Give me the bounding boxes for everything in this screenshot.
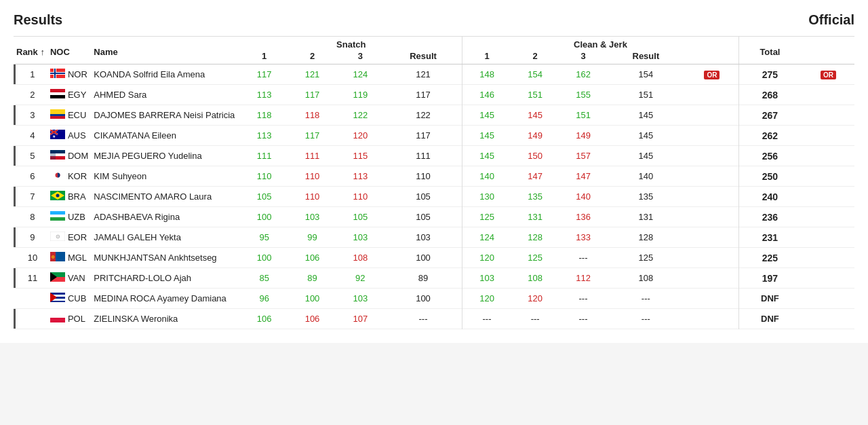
total-or-cell xyxy=(801,268,854,289)
cj-result-cell: 145 xyxy=(607,126,684,146)
noc-content: BRA xyxy=(50,191,88,202)
snatch-result-cell: 121 xyxy=(384,64,462,85)
snatch-3-cell: 122 xyxy=(336,105,384,126)
rank-cell: 2 xyxy=(14,85,47,105)
snatch-result-cell: 117 xyxy=(384,126,462,146)
cj-3-cell: --- xyxy=(559,289,608,309)
cj-3-cell: 112 xyxy=(559,268,608,289)
snatch-3-cell: 103 xyxy=(336,289,384,309)
noc-cell: CUB xyxy=(47,289,91,309)
flag-icon xyxy=(50,89,65,100)
snatch-result-cell: 105 xyxy=(384,187,462,207)
name-cell: KOANDA Solfrid Eila Amena xyxy=(91,64,240,85)
snatch-2-cell: 103 xyxy=(288,207,336,227)
cj-or-spacer xyxy=(684,50,738,64)
svg-point-26 xyxy=(56,194,59,198)
cj-or-cell xyxy=(684,187,738,207)
noc-content: ECU xyxy=(50,109,88,121)
snatch-result-cell: --- xyxy=(384,309,462,329)
svg-rect-30 xyxy=(50,217,65,217)
cj-3-cell: --- xyxy=(559,309,608,329)
svg-rect-28 xyxy=(50,215,65,215)
total-cell: 225 xyxy=(738,248,801,268)
cj-result-cell: 145 xyxy=(607,146,684,166)
snatch-1-cell: 100 xyxy=(240,207,288,227)
cj-2-cell: 120 xyxy=(511,289,559,309)
snatch-result-cell: 111 xyxy=(384,146,462,166)
name-cell: MUNKHJANTSAN Ankhtsetseg xyxy=(91,248,240,268)
snatch-3-cell: 107 xyxy=(336,309,384,329)
total-or-cell xyxy=(801,227,854,248)
total-or-cell xyxy=(801,166,854,187)
noc-content: KOR xyxy=(50,170,88,182)
noc-cell: ☸MGL xyxy=(47,248,91,268)
svg-rect-7 xyxy=(50,95,65,98)
cj-group-header: Clean & Jerk xyxy=(462,37,738,50)
cj-2-cell: 128 xyxy=(511,227,559,248)
snatch-3-cell: 124 xyxy=(336,64,384,85)
snatch-2-cell: 99 xyxy=(288,227,336,248)
snatch-3-cell: 105 xyxy=(336,207,384,227)
cj-1-cell: 140 xyxy=(462,166,511,187)
rank-cell: 9 xyxy=(14,227,47,248)
svg-text:★: ★ xyxy=(52,134,55,138)
snatch-2-cell: 110 xyxy=(288,166,336,187)
snatch-result-cell: 103 xyxy=(384,227,462,248)
cj-or-cell xyxy=(684,227,738,248)
name-cell: MEJIA PEGUERO Yudelina xyxy=(91,146,240,166)
noc-cell: UZB xyxy=(47,207,91,227)
snatch-3-cell: 120 xyxy=(336,126,384,146)
flag-icon xyxy=(50,272,65,284)
rank-cell: 6 xyxy=(14,166,47,187)
snatch-2-cell: 118 xyxy=(288,105,336,126)
cj-result-cell: --- xyxy=(607,309,684,329)
name-cell: CIKAMATANA Eileen xyxy=(91,126,240,146)
snatch-result-cell: 100 xyxy=(384,248,462,268)
cj-or-cell: OR xyxy=(684,64,738,85)
table-row: 5DOMMEJIA PEGUERO Yudelina11111111511114… xyxy=(14,146,854,166)
name-header: Name xyxy=(91,37,240,64)
noc-content: ★AUS xyxy=(50,130,88,141)
bar-indicator xyxy=(14,268,16,288)
noc-header: NOC xyxy=(47,37,91,64)
bar-indicator xyxy=(14,187,16,206)
total-cell: DNF xyxy=(738,309,801,329)
cj-or-cell xyxy=(684,105,738,126)
flag-icon xyxy=(50,170,65,182)
snatch-result-cell: 105 xyxy=(384,207,462,227)
cj-result-cell: 108 xyxy=(607,268,684,289)
flag-icon xyxy=(50,69,65,80)
cj-3-cell: 140 xyxy=(559,187,608,207)
name-cell: MEDINA ROCA Ayamey Damiana xyxy=(91,289,240,309)
cj-1-cell: 145 xyxy=(462,126,511,146)
cj-result-cell: --- xyxy=(607,289,684,309)
noc-cell: BRA xyxy=(47,187,91,207)
total-or-cell xyxy=(801,289,854,309)
rank-cell xyxy=(14,289,47,309)
rank-cell: 11 xyxy=(14,268,47,289)
snatch-result-cell: 110 xyxy=(384,166,462,187)
snatch-group-header: Snatch xyxy=(240,37,462,50)
cj-result-cell: 151 xyxy=(607,85,684,105)
cj-3-cell: 147 xyxy=(559,166,608,187)
snatch-result-header: Result xyxy=(384,50,462,64)
page-title: Results xyxy=(14,12,62,28)
cj-or-cell xyxy=(684,248,738,268)
snatch-1-header: 1 xyxy=(240,50,288,64)
noc-cell: DOM xyxy=(47,146,91,166)
total-cell: DNF xyxy=(738,289,801,309)
snatch-3-cell: 113 xyxy=(336,166,384,187)
svg-rect-4 xyxy=(54,69,56,78)
cj-result-cell: 140 xyxy=(607,166,684,187)
total-cell: 256 xyxy=(738,146,801,166)
cj-3-cell: 155 xyxy=(559,85,608,105)
cj-3-cell: --- xyxy=(559,248,608,268)
cj-2-header: 2 xyxy=(511,50,559,64)
cj-1-cell: 148 xyxy=(462,64,511,85)
table-row: CUBMEDINA ROCA Ayamey Damiana96100103100… xyxy=(14,289,854,309)
noc-content: NOR xyxy=(50,69,88,80)
cj-2-cell: 131 xyxy=(511,207,559,227)
cj-result-cell: 135 xyxy=(607,187,684,207)
noc-content: ☸MGL xyxy=(50,252,88,263)
table-row: 4★AUSCIKAMATANA Eileen113117120117145149… xyxy=(14,126,854,146)
